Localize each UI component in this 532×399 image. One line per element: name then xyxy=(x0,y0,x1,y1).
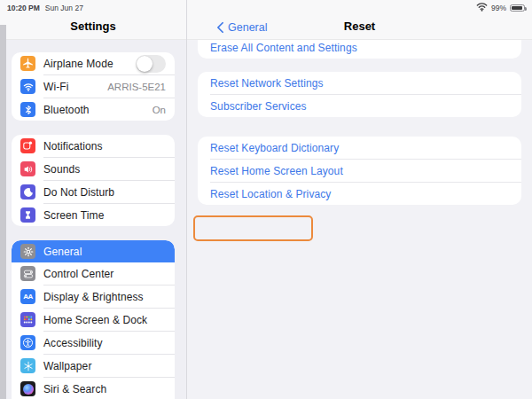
sidebar-item-home-screen-dock[interactable]: Home Screen & Dock xyxy=(12,309,175,331)
reset-keyboard-dictionary-label: Reset Keyboard Dictionary xyxy=(210,142,339,154)
siri-icon xyxy=(20,381,35,396)
sidebar-item-display-brightness[interactable]: AA Display & Brightness xyxy=(12,286,175,308)
airplane-mode-toggle[interactable] xyxy=(136,55,166,73)
control-center-icon xyxy=(20,266,35,281)
aa-glyph: AA xyxy=(23,293,33,301)
screen-edge-strip xyxy=(0,25,6,399)
sidebar-group-connectivity: Airplane Mode Wi-Fi ARRIS-5E21 xyxy=(12,52,175,121)
sidebar-group-notifications: Notifications Sounds Do Not Distur xyxy=(12,135,175,226)
sidebar-title: Settings xyxy=(0,20,186,33)
sidebar-item-airplane-mode[interactable]: Airplane Mode xyxy=(12,52,175,74)
sidebar-group-general: General Control Center AA Dis xyxy=(12,240,175,399)
home-screen-dock-icon xyxy=(20,312,35,327)
sidebar-item-wallpaper[interactable]: Wallpaper xyxy=(12,355,175,377)
reset-network-settings-label: Reset Network Settings xyxy=(210,77,324,90)
status-time-date: 10:20 PM Sun Jun 27 xyxy=(7,4,83,12)
erase-all-content-label: Erase All Content and Settings xyxy=(210,42,357,54)
reset-group-3: Reset Keyboard Dictionary Reset Home Scr… xyxy=(198,137,521,205)
reset-location-privacy-item[interactable]: Reset Location & Privacy xyxy=(198,183,521,205)
sidebar-item-accessibility[interactable]: Accessibility xyxy=(12,332,175,354)
sidebar-item-do-not-disturb[interactable]: Do Not Disturb xyxy=(12,181,175,203)
moon-icon xyxy=(20,184,35,200)
wifi-icon xyxy=(20,79,35,94)
battery-percent: 99% xyxy=(491,4,506,12)
subscriber-services-item[interactable]: Subscriber Services xyxy=(198,95,521,117)
battery-icon xyxy=(510,4,525,12)
sidebar-item-label: Screen Time xyxy=(43,209,104,222)
sidebar-item-label: Home Screen & Dock xyxy=(43,314,147,326)
sidebar-scroll-area[interactable]: Airplane Mode Wi-Fi ARRIS-5E21 xyxy=(0,40,186,399)
sidebar-item-sounds[interactable]: Sounds xyxy=(12,158,175,180)
reset-home-screen-layout-item[interactable]: Reset Home Screen Layout xyxy=(198,160,521,182)
sidebar-item-wifi[interactable]: Wi-Fi ARRIS-5E21 xyxy=(12,75,175,98)
status-indicators: 99% xyxy=(476,3,525,13)
sidebar-item-label: Airplane Mode xyxy=(43,58,113,70)
detail-title: Reset xyxy=(187,20,532,33)
gear-icon xyxy=(20,244,35,259)
hourglass-icon xyxy=(20,207,35,223)
sidebar-item-label: Do Not Disturb xyxy=(43,186,114,199)
sidebar-item-screen-time[interactable]: Screen Time xyxy=(12,204,175,226)
reset-group-2: Reset Network Settings Subscriber Servic… xyxy=(198,72,521,117)
status-bar: 10:20 PM Sun Jun 27 99% xyxy=(0,0,532,16)
sidebar-item-label: Wallpaper xyxy=(43,360,91,372)
siri-orb-glyph xyxy=(23,384,34,395)
settings-sidebar: Settings Airplane Mode xyxy=(0,0,186,399)
subscriber-services-label: Subscriber Services xyxy=(210,100,307,113)
airplane-icon xyxy=(20,56,35,71)
sidebar-item-label: Display & Brightness xyxy=(43,291,144,303)
wallpaper-icon xyxy=(20,358,35,373)
bluetooth-state-value: On xyxy=(153,105,166,115)
sidebar-item-label: Accessibility xyxy=(43,337,103,349)
notifications-icon xyxy=(20,138,35,153)
sounds-icon xyxy=(20,161,35,176)
sidebar-item-control-center[interactable]: Control Center xyxy=(12,262,175,285)
sidebar-item-bluetooth[interactable]: Bluetooth On xyxy=(12,98,175,121)
bluetooth-icon xyxy=(20,102,35,117)
sidebar-item-label: General xyxy=(43,246,82,258)
reset-network-settings-item[interactable]: Reset Network Settings xyxy=(198,72,521,94)
reset-home-screen-layout-label: Reset Home Screen Layout xyxy=(210,165,343,177)
accessibility-icon xyxy=(20,335,35,350)
status-date: Sun Jun 27 xyxy=(45,4,83,12)
sidebar-item-label: Notifications xyxy=(43,140,103,153)
sidebar-item-label: Control Center xyxy=(43,268,113,280)
sidebar-item-siri-search[interactable]: Siri & Search xyxy=(12,378,175,399)
status-time: 10:20 PM xyxy=(7,4,40,12)
reset-detail-pane: General Reset Reset All Settings Erase A… xyxy=(186,0,532,399)
sidebar-item-label: Siri & Search xyxy=(43,383,106,395)
wifi-network-value: ARRIS-5E21 xyxy=(107,82,166,92)
wifi-status-icon xyxy=(476,3,488,13)
sidebar-item-label: Wi-Fi xyxy=(43,81,68,93)
reset-keyboard-dictionary-item[interactable]: Reset Keyboard Dictionary xyxy=(198,137,521,159)
sidebar-item-general[interactable]: General xyxy=(12,240,175,262)
sidebar-item-notifications[interactable]: Notifications xyxy=(12,135,175,157)
sidebar-item-label: Bluetooth xyxy=(43,104,90,116)
sidebar-item-label: Sounds xyxy=(43,163,80,176)
display-brightness-icon: AA xyxy=(20,289,35,304)
reset-location-privacy-label: Reset Location & Privacy xyxy=(210,188,331,200)
